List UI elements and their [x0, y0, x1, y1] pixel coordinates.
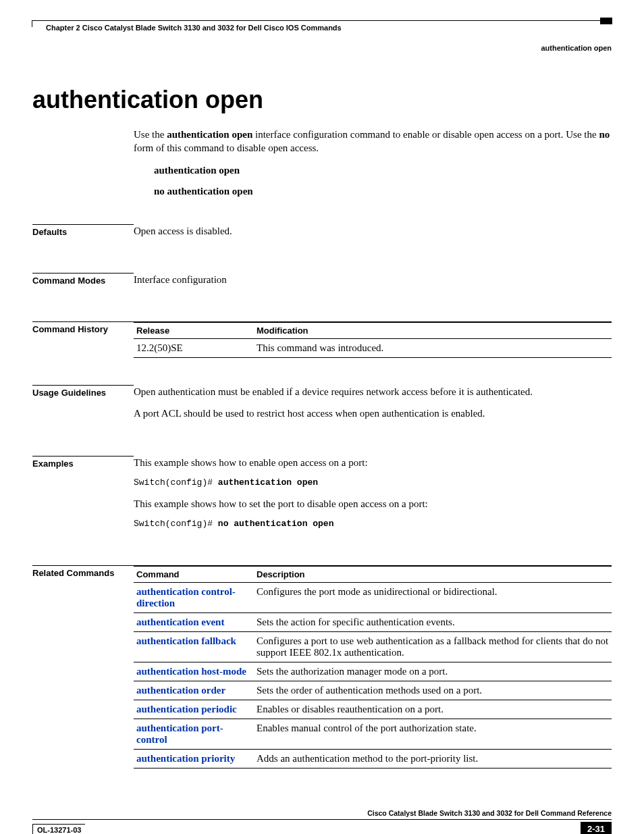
section-label: Related Commands [32, 565, 134, 768]
cli-example: Switch(config)# authentication open [134, 477, 612, 488]
usage-p2: A port ACL should be used to restrict ho… [134, 407, 612, 420]
intro-block: Use the authentication open interface co… [134, 128, 612, 197]
text: interface configuration command to enabl… [252, 129, 599, 140]
related-desc: Configures the port mode as unidirection… [254, 583, 612, 613]
related-desc: Configures a port to use web authenticat… [254, 632, 612, 662]
usage-section: Usage Guidelines Open authentication mus… [32, 385, 612, 429]
cli-prompt: Switch(config)# [134, 477, 218, 488]
table-row: 12.2(50)SE This command was introduced. [134, 339, 612, 358]
syntax-line: no authentication open [154, 186, 612, 197]
related-command-link[interactable]: authentication fallback [136, 635, 236, 646]
table-row: authentication fallbackConfigures a port… [134, 632, 612, 662]
table-row: authentication control-directionConfigur… [134, 583, 612, 613]
command-modes-section: Command Modes Interface configuration [32, 273, 612, 294]
modes-text: Interface configuration [134, 273, 612, 286]
text-bold: authentication open [167, 129, 252, 140]
table-row: authentication orderSets the order of au… [134, 681, 612, 700]
related-desc: Sets the authorization manager mode on a… [254, 662, 612, 681]
related-command-link[interactable]: authentication priority [136, 753, 235, 764]
table-row: authentication port-controlEnables manua… [134, 719, 612, 750]
text-bold: no [599, 129, 610, 140]
section-label: Defaults [32, 224, 134, 246]
related-command-link[interactable]: authentication event [136, 617, 224, 627]
defaults-text: Open access is disabled. [134, 224, 612, 238]
related-command-link[interactable]: authentication order [136, 685, 225, 696]
table-row: authentication eventSets the action for … [134, 613, 612, 632]
related-command-link[interactable]: authentication port-control [136, 723, 223, 745]
defaults-section: Defaults Open access is disabled. [32, 224, 612, 246]
related-desc: Sets the action for specific authenticat… [254, 613, 612, 632]
related-desc: Sets the order of authentication methods… [254, 681, 612, 700]
section-label: Usage Guidelines [32, 385, 134, 429]
section-label: Command History [32, 321, 134, 358]
table-row: authentication priorityAdds an authentic… [134, 750, 612, 768]
related-command-link[interactable]: authentication host-mode [136, 666, 246, 677]
intro-paragraph: Use the authentication open interface co… [134, 128, 612, 155]
history-table: Release Modification 12.2(50)SE This com… [134, 321, 612, 358]
command-history-section: Command History Release Modification 12.… [32, 321, 612, 358]
usage-p1: Open authentication must be enabled if a… [134, 385, 612, 398]
header-topic: authentication open [32, 44, 612, 52]
page-title: authentication open [32, 86, 612, 114]
syntax-line: authentication open [154, 165, 612, 176]
example-intro: This example shows how to set the port t… [134, 497, 612, 511]
table-row: authentication periodicEnables or disabl… [134, 700, 612, 719]
related-desc: Adds an authentication method to the por… [254, 750, 612, 768]
table-row: authentication host-modeSets the authori… [134, 662, 612, 681]
header-rule [32, 20, 612, 21]
th-release: Release [134, 322, 254, 339]
cell-mod: This command was introduced. [254, 339, 612, 358]
example-intro: This example shows how to enable open ac… [134, 456, 612, 469]
cell-release: 12.2(50)SE [134, 339, 254, 358]
related-desc: Enables manual control of the port autho… [254, 719, 612, 750]
related-command-link[interactable]: authentication periodic [136, 704, 237, 714]
examples-section: Examples This example shows how to enabl… [32, 456, 612, 539]
related-desc: Enables or disables reauthentication on … [254, 700, 612, 719]
footer-book-title: Cisco Catalyst Blade Switch 3130 and 303… [32, 809, 612, 820]
section-label: Command Modes [32, 273, 134, 294]
section-label: Examples [32, 456, 134, 539]
text: Use the [134, 129, 167, 140]
cli-prompt: Switch(config)# [134, 519, 218, 529]
footer-doc-id: OL-13271-03 [32, 824, 85, 834]
text: form of this command to disable open acc… [134, 142, 319, 153]
related-command-link[interactable]: authentication control-direction [136, 586, 236, 608]
related-commands-section: Related Commands Command Description aut… [32, 565, 612, 768]
cli-example: Switch(config)# no authentication open [134, 519, 612, 529]
page-footer: Cisco Catalyst Blade Switch 3130 and 303… [32, 809, 612, 834]
chapter-line: Chapter 2 Cisco Catalyst Blade Switch 31… [32, 24, 612, 32]
footer-page-number: 2-31 [581, 822, 612, 834]
th-modification: Modification [254, 322, 612, 339]
th-command: Command [134, 566, 254, 583]
related-table: Command Description authentication contr… [134, 565, 612, 768]
th-description: Description [254, 566, 612, 583]
cli-command: no authentication open [218, 519, 334, 529]
cli-command: authentication open [218, 477, 318, 488]
